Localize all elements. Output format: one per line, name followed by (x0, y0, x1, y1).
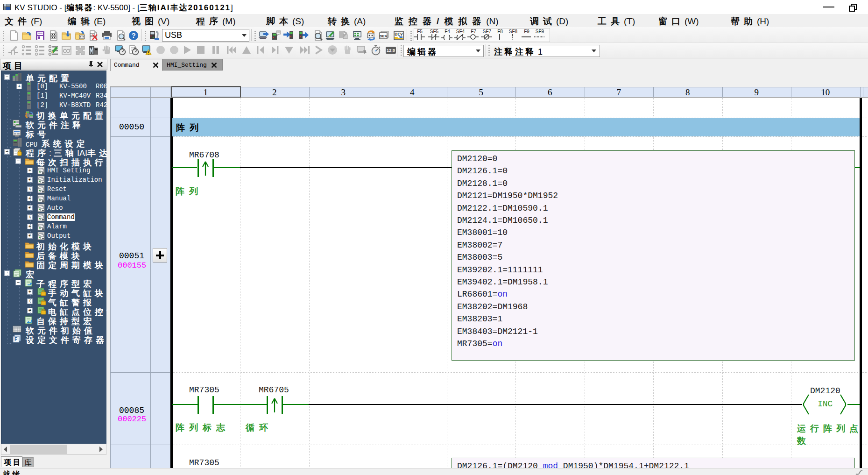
svg-text:F: F (14, 337, 17, 342)
svg-text:?: ? (131, 31, 135, 39)
svg-text:DEV: DEV (380, 34, 388, 38)
svg-text:12:0: 12:0 (387, 48, 395, 53)
svg-text:DEV: DEV (395, 32, 403, 36)
